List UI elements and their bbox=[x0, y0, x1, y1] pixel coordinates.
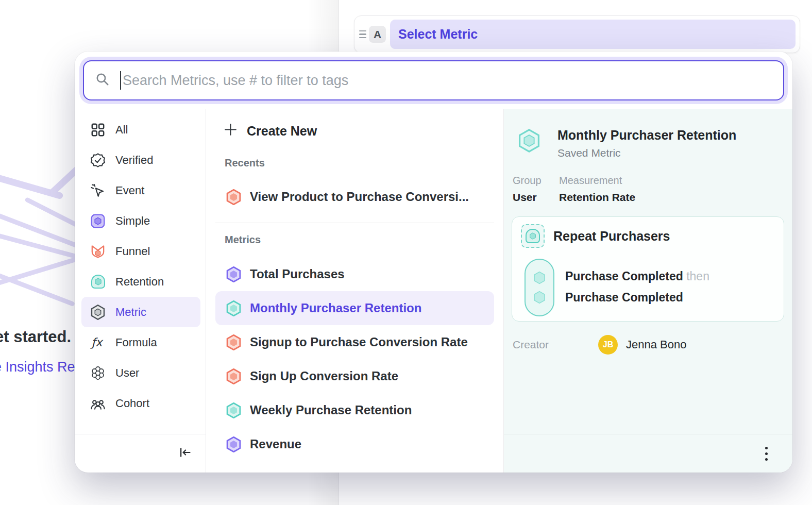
metric-detail-panel: Monthly Purchaser Retention Saved Metric… bbox=[504, 109, 792, 473]
list-item-metric-selected[interactable]: Monthly Purchaser Retention bbox=[215, 291, 494, 325]
sidebar-item-formula[interactable]: ƒx Formula bbox=[75, 327, 206, 358]
simple-metric-hexagon-icon bbox=[226, 266, 242, 282]
user-cluster-icon bbox=[90, 365, 106, 381]
event-cursor-icon bbox=[90, 183, 106, 198]
grid-icon bbox=[90, 122, 106, 138]
step-1-event: Purchase Completed bbox=[565, 270, 683, 283]
sidebar-item-label: All bbox=[115, 123, 128, 137]
list-item-label: Weekly Purchase Retention bbox=[250, 403, 412, 417]
simple-metric-hexagon-icon bbox=[226, 436, 242, 452]
sidebar-item-label: Metric bbox=[115, 306, 146, 319]
list-item-metric[interactable]: Weekly Purchase Retention bbox=[215, 393, 494, 427]
sidebar-item-label: Funnel bbox=[115, 245, 150, 258]
background-insights-link[interactable]: e Insights Re bbox=[0, 359, 75, 375]
step-connector: then bbox=[686, 270, 709, 283]
metrics-section-label: Metrics bbox=[206, 234, 503, 246]
funnel-metric-hexagon-icon bbox=[226, 368, 242, 384]
funnel-metric-hexagon-icon bbox=[226, 334, 242, 350]
list-item-label: Total Purchases bbox=[250, 267, 345, 281]
retention-metric-hexagon-icon bbox=[226, 300, 242, 316]
measurement-value: Retention Rate bbox=[559, 191, 635, 204]
event-hexagon-icon bbox=[533, 271, 546, 284]
sidebar-item-verified[interactable]: Verified bbox=[75, 145, 206, 175]
retention-metric-icon bbox=[90, 274, 106, 290]
list-item-metric[interactable]: Signup to Purchase Conversion Rate bbox=[215, 325, 494, 359]
detail-subtitle: Saved Metric bbox=[550, 147, 736, 159]
metric-list: Create New Recents View Product to Purch… bbox=[206, 109, 504, 473]
event-sequence-capsule bbox=[525, 259, 554, 316]
select-metric-label: Select Metric bbox=[398, 27, 478, 42]
sidebar-item-label: Retention bbox=[115, 275, 164, 289]
sidebar-item-label: Simple bbox=[115, 214, 150, 228]
text-cursor bbox=[120, 71, 121, 90]
metric-clause-card: A Select Metric bbox=[354, 15, 800, 53]
filter-sidebar: All Verified bbox=[75, 109, 206, 473]
sidebar-item-label: Cohort bbox=[115, 397, 149, 410]
list-item-metric[interactable]: Revenue bbox=[215, 427, 494, 461]
sidebar-item-metric[interactable]: Metric bbox=[81, 297, 200, 327]
sidebar-item-cohort[interactable]: Cohort bbox=[75, 388, 206, 418]
clause-letter-badge: A bbox=[369, 26, 386, 43]
sidebar-item-funnel[interactable]: Funnel bbox=[75, 236, 206, 266]
verified-badge-icon bbox=[90, 153, 106, 168]
funnel-metric-icon bbox=[90, 244, 106, 259]
creator-avatar: JB bbox=[598, 335, 618, 355]
list-item-label: Revenue bbox=[250, 437, 301, 451]
list-item-label: View Product to Purchase Conversi... bbox=[250, 190, 469, 204]
sidebar-item-all[interactable]: All bbox=[75, 114, 206, 145]
detail-footer bbox=[504, 434, 792, 473]
search-icon bbox=[94, 71, 111, 90]
list-item-label: Signup to Purchase Conversion Rate bbox=[250, 335, 468, 349]
behavior-title: Repeat Purchasers bbox=[553, 229, 670, 244]
create-new-label: Create New bbox=[247, 124, 317, 139]
list-divider bbox=[215, 223, 494, 223]
creator-label: Creator bbox=[513, 339, 549, 351]
sidebar-item-label: User bbox=[115, 366, 139, 380]
metric-definition-card: Repeat Purchasers Purchase Completed the… bbox=[512, 216, 784, 322]
create-new-button[interactable]: Create New bbox=[206, 115, 503, 146]
group-label: Group bbox=[513, 175, 547, 187]
saved-metric-icon bbox=[90, 305, 106, 320]
creator-row: Creator JB Jenna Bono bbox=[504, 335, 792, 355]
collapse-sidebar-button[interactable] bbox=[178, 445, 192, 462]
list-item-label: Sign Up Conversion Rate bbox=[250, 369, 398, 383]
select-metric-button[interactable]: Select Metric bbox=[390, 20, 796, 49]
retention-metric-large-icon bbox=[517, 129, 541, 153]
sidebar-item-label: Event bbox=[115, 184, 144, 197]
sidebar-item-label: Verified bbox=[115, 154, 153, 167]
creator-name: Jenna Bono bbox=[626, 338, 686, 351]
formula-icon: ƒx bbox=[90, 335, 106, 350]
detail-title: Monthly Purchaser Retention bbox=[550, 128, 736, 143]
recents-section-label: Recents bbox=[206, 157, 503, 169]
list-item-label: Monthly Purchaser Retention bbox=[250, 301, 421, 315]
sidebar-footer bbox=[75, 434, 206, 473]
retention-behavior-icon bbox=[521, 224, 545, 248]
simple-metric-icon bbox=[90, 213, 106, 229]
search-placeholder: Search Metrics, use # to filter to tags bbox=[123, 73, 348, 89]
step-line-2: Purchase Completed bbox=[565, 287, 709, 308]
svg-text:ƒx: ƒx bbox=[90, 335, 104, 349]
event-hexagon-icon bbox=[533, 291, 546, 304]
background-headline: et started. bbox=[0, 328, 71, 346]
retention-metric-hexagon-icon bbox=[226, 402, 242, 418]
sidebar-item-user[interactable]: User bbox=[75, 358, 206, 388]
metric-picker-popup: Search Metrics, use # to filter to tags … bbox=[75, 52, 792, 473]
cohort-people-icon bbox=[90, 396, 106, 411]
step-line-1: Purchase Completed then bbox=[565, 266, 709, 287]
list-item-metric[interactable]: Total Purchases bbox=[215, 257, 494, 291]
list-item-metric[interactable]: Sign Up Conversion Rate bbox=[215, 359, 494, 393]
drag-handle-icon[interactable] bbox=[358, 30, 368, 39]
sidebar-item-event[interactable]: Event bbox=[75, 175, 206, 206]
list-item-recent[interactable]: View Product to Purchase Conversi... bbox=[215, 180, 494, 214]
group-value: User bbox=[513, 191, 547, 204]
plus-icon bbox=[224, 123, 238, 140]
funnel-metric-hexagon-icon bbox=[226, 189, 242, 205]
search-input[interactable]: Search Metrics, use # to filter to tags bbox=[83, 60, 784, 100]
step-2-event: Purchase Completed bbox=[565, 291, 683, 304]
sidebar-item-retention[interactable]: Retention bbox=[75, 266, 206, 297]
sidebar-item-simple[interactable]: Simple bbox=[75, 206, 206, 236]
more-options-button[interactable] bbox=[762, 444, 771, 464]
measurement-label: Measurement bbox=[559, 175, 635, 187]
sidebar-item-label: Formula bbox=[115, 336, 157, 349]
